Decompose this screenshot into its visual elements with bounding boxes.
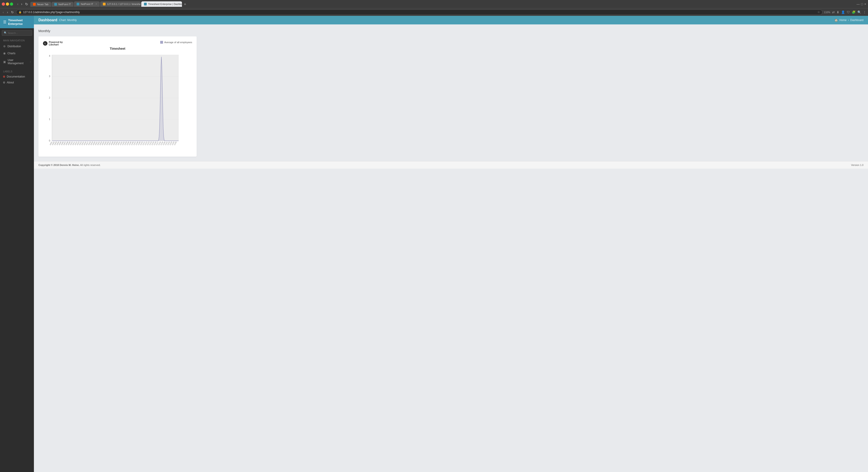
content-header: Dashboard Chart: Monthly 🏠 Home › Dashbo… [34,16,868,24]
breadcrumb-current-label: Dashboard [850,19,864,22]
chart-card: L Powered by Libchart Average of all emp… [38,36,197,157]
tab-close-icon[interactable]: × [95,2,97,6]
legend-label: Average of all employees [164,41,192,43]
address-field[interactable]: 🔒 127.0.0.1/admin/index.php?page=chartmo… [16,9,823,15]
sidebar-item-user-management[interactable]: ▣ User Management ‹ [0,57,34,67]
footer-copyright: Copyright © 2018 Dennis M. Heine. All ri… [38,164,101,166]
breadcrumb-home-label[interactable]: Home [839,19,846,22]
chart-svg-container: 0 1 2 3 4 [43,53,192,152]
close-window-icon[interactable]: × [864,2,866,6]
breadcrumb-separator: › [848,19,849,22]
search-browser-icon[interactable]: 🔍 [857,10,861,14]
back-button[interactable]: ‹ [16,2,19,6]
tab-favicon [144,3,147,5]
tab-favicon [103,3,105,5]
legend-color-box [160,41,163,43]
breadcrumb-right: 🏠 Home › Dashboard [834,19,864,22]
bookmark-icon[interactable]: ☆ [817,10,820,14]
chart-legend: Average of all employees [160,41,192,43]
tab-label: 127.0.0.1 / 127.0.0.1 / timeshee… [107,3,141,5]
window-controls [2,2,13,6]
forward-button[interactable]: › [20,2,23,6]
translate-icon[interactable]: ⇄ [832,10,835,14]
search-input-container[interactable]: 🔍 Search... [2,30,32,36]
page-title: Dashboard [38,18,57,22]
section-title: Monthly [38,29,864,33]
labels-section-label: LABELS [0,68,34,74]
page-subtitle: Chart: Monthly [59,19,77,22]
browser-tabs: Neuer Tab NetPoint IT NetPoint IT × 127.… [30,1,855,7]
main-content: Dashboard Chart: Monthly 🏠 Home › Dashbo… [34,16,868,472]
nav-reload-button[interactable]: ↻ [10,10,15,14]
chart-powered-by: L Powered by Libchart [43,41,63,46]
tab-label: Neuer Tab [37,3,49,6]
nav-back-button[interactable]: ‹ [2,10,5,14]
shield-icon[interactable]: 🛡 [847,10,850,14]
toolbar-right: 110% ⇄ ⬇ 👤 🛡 🧩 🔍 ⋮ [824,10,866,14]
sidebar-item-charts[interactable]: ◉ Charts ‹ [0,50,34,57]
label-text: About [7,81,14,84]
svg-text:1: 1 [49,118,50,121]
label-text: Documentation [7,75,25,78]
distribution-icon: ⊕ [3,44,6,48]
tab-netpoint1[interactable]: NetPoint IT [52,2,73,7]
breadcrumb-area: Dashboard Chart: Monthly [38,18,77,22]
label-dot-documentation [3,76,5,77]
tab-label: NetPoint IT [58,3,71,6]
svg-text:4: 4 [49,55,50,57]
tab-netpoint2[interactable]: NetPoint IT × [74,1,100,7]
address-text: 127.0.0.1/admin/index.php?page=chartmont… [23,11,816,14]
hamburger-button[interactable]: ☰ [3,20,6,24]
chevron-icon: ‹ [30,61,31,63]
sidebar-item-label: User Management [8,59,28,65]
sidebar-item-distribution[interactable]: ⊕ Distribution [0,43,34,50]
charts-icon: ◉ [3,52,6,55]
content-body: Monthly L Powered by Libchart Average of… [34,24,868,161]
chevron-icon: ‹ [30,52,31,55]
tab-label: NetPoint IT [81,3,93,5]
search-box: 🔍 Search... [0,28,34,37]
restore-icon[interactable]: □ [861,2,863,6]
tab-neuer[interactable]: Neuer Tab [30,2,51,7]
zoom-level: 110% [824,11,830,13]
footer-rights-text: All rights reserved. [80,164,101,166]
search-icon: 🔍 [4,31,7,34]
tab-label: Timesheet Enterprise | Dashbo… [148,3,182,5]
search-placeholder: Search... [8,32,18,34]
user-management-icon: ▣ [3,60,6,64]
profile-icon[interactable]: 👤 [841,10,845,14]
svg-text:3: 3 [49,75,50,77]
app-layout: ☰ Timesheet Enterprise 🔍 Search... MAIN … [0,16,868,472]
tab-timesheet-local[interactable]: 127.0.0.1 / 127.0.0.1 / timeshee… × [100,1,141,7]
label-item-documentation[interactable]: Documentation [0,74,34,80]
window-close-button[interactable] [2,2,5,6]
tab-timesheet-enterprise[interactable]: Timesheet Enterprise | Dashbo… × [141,1,182,7]
label-dot-about [3,82,5,84]
page-footer: Copyright © 2018 Dennis M. Heine. All ri… [34,161,868,169]
app-title: Timesheet Enterprise [8,19,31,26]
minimize-icon[interactable]: — [857,2,860,6]
reload-button[interactable]: ↻ [24,2,29,7]
window-minimize-button[interactable] [6,2,9,6]
nav-forward-button[interactable]: › [6,10,9,14]
new-tab-button[interactable]: + [182,2,188,7]
chart-title: Timesheet [43,47,192,51]
sidebar: ☰ Timesheet Enterprise 🔍 Search... MAIN … [0,16,34,472]
home-icon: 🏠 [834,19,838,22]
nav-section-label: MAIN NAVIGATION [0,37,34,43]
sidebar-header: ☰ Timesheet Enterprise [0,16,34,28]
browser-chrome: ‹ › ↻ Neuer Tab NetPoint IT NetPoint IT … [0,0,868,8]
chart-svg: 0 1 2 3 4 [43,53,192,152]
window-maximize-button[interactable] [10,2,13,6]
menu-icon[interactable]: ⋮ [863,10,866,14]
browser-nav: ‹ › ↻ [16,2,29,7]
extensions-icon[interactable]: 🧩 [852,10,856,14]
tab-favicon [54,3,57,6]
powered-by-text: Powered by Libchart [49,41,63,46]
sidebar-item-label: Charts [7,52,16,55]
browser-extras: — □ × [857,2,866,6]
svg-text:2: 2 [49,97,50,99]
tab-favicon [76,3,79,5]
label-item-about[interactable]: About [0,80,34,86]
download-icon[interactable]: ⬇ [837,10,839,14]
